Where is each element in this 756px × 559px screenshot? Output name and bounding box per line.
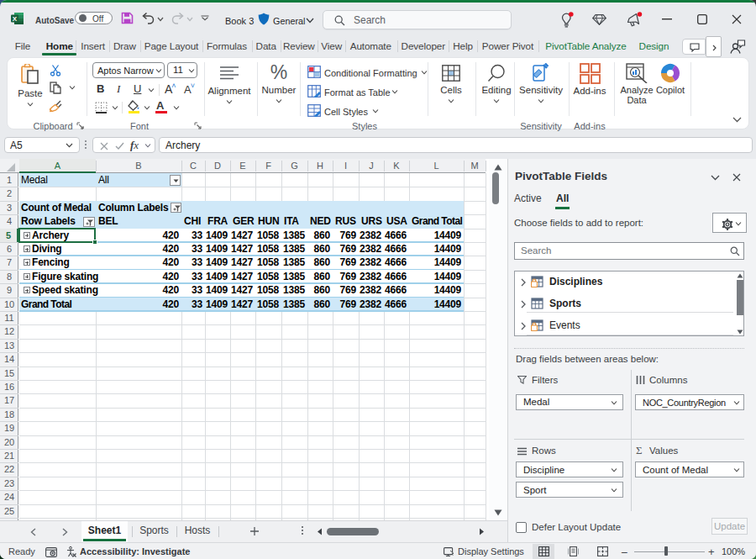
svg-text:X: X — [13, 15, 18, 23]
